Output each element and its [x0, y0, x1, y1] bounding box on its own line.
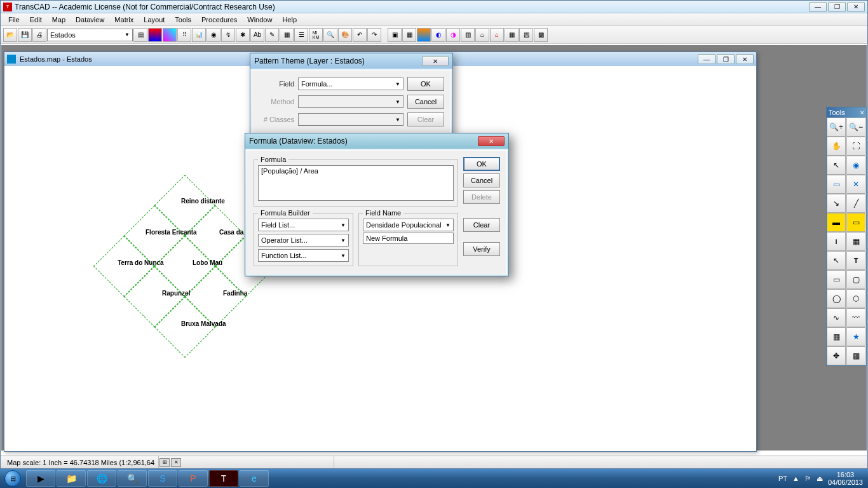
- grid-icon[interactable]: ▩: [846, 346, 865, 365]
- layers-icon[interactable]: ▤: [133, 28, 147, 42]
- tray-flag-icon[interactable]: ▲: [792, 475, 799, 482]
- polygon-icon[interactable]: ⬡: [846, 289, 865, 308]
- ruler-icon[interactable]: ▬: [827, 213, 846, 232]
- maximize-button[interactable]: ❐: [828, 2, 846, 12]
- pointer-icon[interactable]: ↖: [827, 156, 846, 175]
- select6-icon[interactable]: ▥: [461, 28, 475, 42]
- map-minimize-button[interactable]: —: [698, 54, 715, 64]
- legend-icon[interactable]: ▦: [280, 28, 294, 42]
- scale-icon[interactable]: MIKM: [309, 28, 323, 42]
- menu-procedures[interactable]: Procedures: [196, 15, 242, 25]
- desire-icon[interactable]: ✱: [236, 28, 250, 42]
- route2-icon[interactable]: ⌂: [490, 28, 504, 42]
- select5-icon[interactable]: ◑: [446, 28, 460, 42]
- table-icon[interactable]: ▦: [846, 232, 865, 251]
- list-icon[interactable]: ☰: [294, 28, 308, 42]
- field-combo[interactable]: Formula... ▼: [298, 78, 403, 90]
- tools-palette[interactable]: Tools × 🔍+ 🔍− ✋ ⛶ ↖ ◉ ▭ ✕ ↘ ╱ ▬ ▭ i ▦ ↖ …: [826, 107, 867, 366]
- flow-icon[interactable]: ↯: [221, 28, 235, 42]
- layer-combo[interactable]: Estados ▼: [47, 29, 133, 41]
- function-list-combo[interactable]: Function List...▼: [258, 249, 349, 262]
- zoom-in-icon[interactable]: 🔍+: [827, 118, 846, 137]
- style-icon[interactable]: ✎: [265, 28, 279, 42]
- map-maximize-button[interactable]: ❐: [717, 54, 735, 64]
- menu-edit[interactable]: Edit: [25, 15, 47, 25]
- task-powerpoint[interactable]: P: [179, 470, 208, 487]
- menu-help[interactable]: Help: [277, 15, 302, 25]
- formula-verify-button[interactable]: Verify: [463, 242, 500, 256]
- menu-window[interactable]: Window: [242, 15, 277, 25]
- polyline-icon[interactable]: ∿: [827, 308, 846, 327]
- select-cross-icon[interactable]: ✕: [846, 175, 865, 194]
- compass-icon[interactable]: ✥: [827, 346, 846, 365]
- task-ie[interactable]: e: [240, 470, 269, 487]
- pattern-ok-button[interactable]: OK: [407, 77, 444, 91]
- find-icon[interactable]: 🔍: [323, 28, 337, 42]
- print-icon[interactable]: 🖨: [32, 28, 46, 42]
- field-list-combo[interactable]: Field List...▼: [258, 219, 349, 231]
- route3-icon[interactable]: ▦: [505, 28, 519, 42]
- menu-map[interactable]: Map: [47, 15, 71, 25]
- scaled-icon[interactable]: ◉: [207, 28, 220, 42]
- formula-close-button[interactable]: ✕: [478, 136, 505, 146]
- undo-icon[interactable]: ↶: [353, 28, 367, 42]
- round-rect-icon[interactable]: ▢: [846, 270, 865, 289]
- menu-tools[interactable]: Tools: [170, 15, 196, 25]
- operator-list-combo[interactable]: Operator List...▼: [258, 234, 349, 247]
- formula-clear-button[interactable]: Clear: [463, 218, 500, 232]
- info-icon[interactable]: i: [827, 232, 846, 251]
- save-icon[interactable]: 💾: [18, 28, 32, 42]
- task-mediaplayer[interactable]: ▶: [26, 470, 55, 487]
- open-icon[interactable]: 📂: [3, 28, 17, 42]
- pattern-cancel-button[interactable]: Cancel: [407, 95, 444, 109]
- new-formula-input[interactable]: [363, 233, 454, 244]
- start-button[interactable]: ⊞: [0, 469, 25, 488]
- select1-icon[interactable]: ▣: [388, 28, 402, 42]
- minimize-button[interactable]: —: [809, 2, 827, 12]
- close-button[interactable]: ✕: [847, 2, 865, 12]
- select2-icon[interactable]: ▦: [402, 28, 416, 42]
- rect-icon[interactable]: ▭: [827, 270, 846, 289]
- redo-icon[interactable]: ↷: [367, 28, 381, 42]
- task-chrome[interactable]: 🌐: [87, 470, 116, 487]
- info-click-icon[interactable]: ◉: [846, 156, 865, 175]
- task-explorer[interactable]: 📁: [57, 470, 86, 487]
- cursor-icon[interactable]: ↖: [827, 251, 846, 270]
- theme2-icon[interactable]: [163, 28, 177, 42]
- formula-cancel-button[interactable]: Cancel: [463, 173, 500, 187]
- menu-layout[interactable]: Layout: [139, 15, 170, 25]
- menu-dataview[interactable]: Dataview: [71, 15, 109, 25]
- tray-action-icon[interactable]: 🏳: [804, 475, 811, 482]
- select-rect-icon[interactable]: ▭: [827, 175, 846, 194]
- dots-icon[interactable]: ⠿: [177, 28, 191, 42]
- tray-network-icon[interactable]: ⏏: [817, 475, 823, 483]
- chart-icon[interactable]: 📊: [192, 28, 206, 42]
- select4-icon[interactable]: ◐: [431, 28, 445, 42]
- route4-icon[interactable]: ▨: [519, 28, 533, 42]
- color-icon[interactable]: 🎨: [338, 28, 352, 42]
- tray-lang[interactable]: PT: [778, 475, 787, 482]
- menu-matrix[interactable]: Matrix: [109, 15, 139, 25]
- pan-icon[interactable]: ✋: [827, 137, 846, 156]
- formula-dialog-titlebar[interactable]: Formula (Dataview: Estados) ✕: [245, 133, 508, 149]
- select3-icon[interactable]: [417, 28, 431, 42]
- tools-title[interactable]: Tools ×: [827, 107, 866, 118]
- label-icon[interactable]: Ab: [250, 28, 264, 42]
- theme1-icon[interactable]: [148, 28, 162, 42]
- status-btn-2[interactable]: ✕: [171, 458, 181, 467]
- zoom-extent-icon[interactable]: ⛶: [846, 137, 865, 156]
- map-close-button[interactable]: ✕: [736, 54, 754, 64]
- fieldname-combo[interactable]: Densidade Populacional▼: [363, 219, 454, 231]
- menu-file[interactable]: File: [3, 15, 25, 25]
- star-icon[interactable]: ★: [846, 327, 865, 346]
- formula-ok-button[interactable]: OK: [463, 157, 500, 171]
- task-search[interactable]: 🔍: [118, 470, 147, 487]
- task-skype[interactable]: S: [148, 470, 177, 487]
- route1-icon[interactable]: ⌂: [475, 28, 489, 42]
- tools-close-icon[interactable]: ×: [860, 109, 864, 116]
- freehand-icon[interactable]: 〰: [846, 308, 865, 327]
- tray-clock[interactable]: 16:03 04/06/2013: [828, 471, 863, 486]
- route5-icon[interactable]: ▩: [534, 28, 548, 42]
- formula-textarea[interactable]: [258, 165, 454, 201]
- image-icon[interactable]: ▦: [827, 327, 846, 346]
